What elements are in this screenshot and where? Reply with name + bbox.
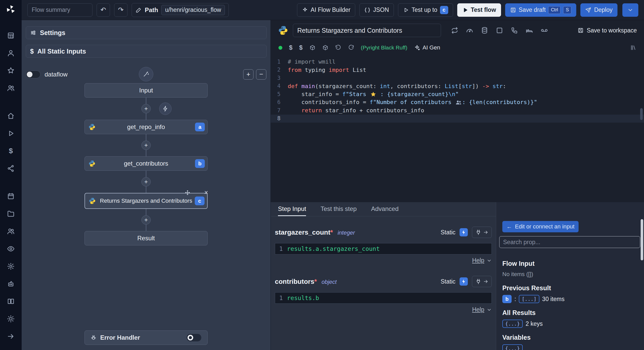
input-node[interactable]: Input — [84, 83, 208, 98]
zoom-in-button[interactable]: + — [243, 69, 253, 80]
resources-hub-icon[interactable] — [5, 163, 16, 174]
star-icon[interactable] — [5, 65, 16, 76]
collapsed-object-chip[interactable]: {...} — [502, 344, 523, 350]
field-expression-input[interactable]: 1 results.b — [275, 292, 492, 304]
props-scrollbar-thumb[interactable] — [641, 219, 643, 260]
field-expression-input[interactable]: 1 results.a.stargazers_count — [275, 243, 492, 254]
result-node[interactable]: Result — [84, 231, 208, 245]
dataflow-toggle[interactable] — [26, 71, 40, 78]
code-line[interactable]: 3 — [271, 74, 644, 82]
zoom-out-button[interactable]: − — [256, 69, 266, 80]
static-mode-toggle[interactable] — [460, 228, 468, 236]
help-link[interactable]: Help — [275, 306, 492, 313]
code-lines[interactable]: 1# import wmill2from typing import List3… — [271, 55, 644, 202]
add-step-button[interactable]: + — [141, 215, 151, 225]
collapsed-object-chip[interactable]: {...} — [502, 320, 523, 328]
add-step-button[interactable]: + — [141, 104, 151, 113]
library-icon[interactable] — [630, 45, 636, 51]
all-results-row: {...} 2 keys — [502, 320, 640, 328]
static-mode-toggle[interactable] — [460, 277, 468, 286]
save-to-workspace-button[interactable]: Save to workspace — [578, 27, 637, 34]
save-to-workspace-label: Save to workspace — [587, 27, 637, 34]
arrow-right-icon — [483, 279, 488, 284]
code-line[interactable]: 2from typing import List — [271, 66, 644, 74]
settings-gear-icon[interactable] — [5, 261, 16, 272]
tab-test-this-step[interactable]: Test this step — [320, 202, 357, 216]
path-box[interactable]: Path u/henri/gracious_flow — [132, 3, 229, 17]
audit-eye-icon[interactable] — [5, 243, 16, 254]
all-static-inputs-button[interactable]: $ All Static Inputs — [26, 45, 267, 58]
tab-step-input[interactable]: Step Input — [278, 202, 306, 216]
package-icon-2[interactable] — [322, 45, 328, 51]
cycle-icon[interactable] — [451, 27, 459, 34]
add-variable-dollar-icon[interactable]: $ — [289, 44, 292, 51]
schedules-calendar-icon[interactable] — [5, 191, 16, 202]
move-handle-icon[interactable] — [185, 190, 190, 195]
json-button[interactable]: JSON — [359, 3, 394, 17]
code-line[interactable]: 5 star_info = f"Stars : {stargazers_coun… — [271, 90, 644, 98]
runs-play-icon[interactable] — [5, 128, 16, 139]
collapse-arrow-icon[interactable] — [5, 331, 16, 342]
flow-summary-input[interactable] — [27, 3, 92, 17]
test-up-to-button[interactable]: Test up to c — [398, 3, 453, 17]
step-node-a[interactable]: get_repo_info a — [84, 120, 208, 134]
rotate-cw-icon[interactable] — [348, 45, 354, 51]
error-handler-node[interactable]: Error Handler — [84, 330, 208, 345]
ai-gen-button[interactable]: AI Gen — [414, 44, 440, 51]
step-node-c-selected[interactable]: × Returns Stargazers and Contributors c — [84, 193, 208, 209]
tab-advanced[interactable]: Advanced — [371, 202, 399, 216]
collapsed-array-chip[interactable]: [...] — [519, 295, 539, 303]
help-link[interactable]: Help — [275, 257, 492, 264]
test-flow-button[interactable]: Test flow — [457, 3, 501, 17]
variables-dollar-icon[interactable]: $ — [5, 145, 16, 157]
code-line[interactable]: 1# import wmill — [271, 58, 644, 66]
connect-input-button[interactable] — [472, 276, 492, 287]
database-icon[interactable] — [481, 27, 488, 34]
ai-flow-builder-button[interactable]: AI Flow Builder — [297, 3, 355, 17]
save-draft-button[interactable]: Save draft Ctrl S — [505, 3, 577, 17]
add-step-button[interactable]: + — [141, 141, 151, 150]
deploy-button[interactable]: Deploy — [580, 3, 617, 17]
theme-sun-icon[interactable] — [5, 313, 16, 325]
step-title-input[interactable] — [293, 24, 441, 37]
close-icon[interactable]: × — [204, 189, 208, 196]
search-prop-input[interactable] — [499, 236, 640, 248]
sleep-bed-icon[interactable] — [526, 27, 533, 34]
code-line[interactable]: 4def main(stargazers_count: int, contrib… — [271, 82, 644, 90]
path-value[interactable]: u/henri/gracious_flow — [161, 5, 225, 15]
rotate-ccw-icon[interactable] — [335, 45, 341, 51]
groups-icon[interactable] — [5, 226, 16, 237]
users-icon[interactable] — [5, 82, 16, 94]
windmill-logo[interactable] — [5, 4, 16, 15]
add-resource-dollar-icon[interactable]: $ — [299, 44, 302, 51]
box-icon[interactable] — [496, 27, 503, 34]
ai-wand-button[interactable] — [139, 67, 153, 81]
undo-button[interactable]: ↶ — [97, 3, 110, 17]
home-icon[interactable] — [5, 110, 16, 122]
add-step-button[interactable]: + — [141, 177, 151, 186]
workers-robot-icon[interactable] — [5, 278, 16, 289]
package-icon[interactable] — [309, 45, 316, 51]
edit-or-connect-button[interactable]: ← Edit or connect an input — [502, 221, 579, 232]
code-line[interactable]: 8 — [271, 115, 644, 123]
deploy-more-button[interactable] — [622, 3, 638, 17]
step-node-b[interactable]: get_contributors b — [84, 156, 208, 171]
redo-button[interactable]: ↷ — [114, 3, 128, 17]
layout-columns-icon[interactable] — [5, 296, 16, 307]
voicemail-icon[interactable] — [540, 27, 548, 34]
connect-input-button[interactable] — [472, 227, 492, 238]
editor-scrollbar-thumb[interactable] — [640, 108, 643, 120]
error-handler-toggle[interactable] — [186, 334, 202, 342]
field-type: integer — [337, 229, 355, 236]
folders-icon[interactable] — [5, 208, 16, 219]
flow-settings-button[interactable]: Settings — [26, 26, 267, 39]
result-key-badge[interactable]: b — [502, 295, 512, 303]
assistants-label[interactable]: (Pyright Black Ruff) — [361, 45, 408, 51]
gauge-icon[interactable] — [466, 27, 473, 34]
trigger-bolt-button[interactable] — [159, 103, 172, 115]
code-line[interactable]: 6 contributors_info = f"Number of contri… — [271, 98, 644, 107]
phone-icon[interactable] — [511, 27, 518, 34]
user-icon[interactable] — [5, 47, 16, 59]
apps-grid-icon[interactable] — [5, 30, 16, 41]
code-line[interactable]: 7 return star_info + contributors_info — [271, 106, 644, 115]
